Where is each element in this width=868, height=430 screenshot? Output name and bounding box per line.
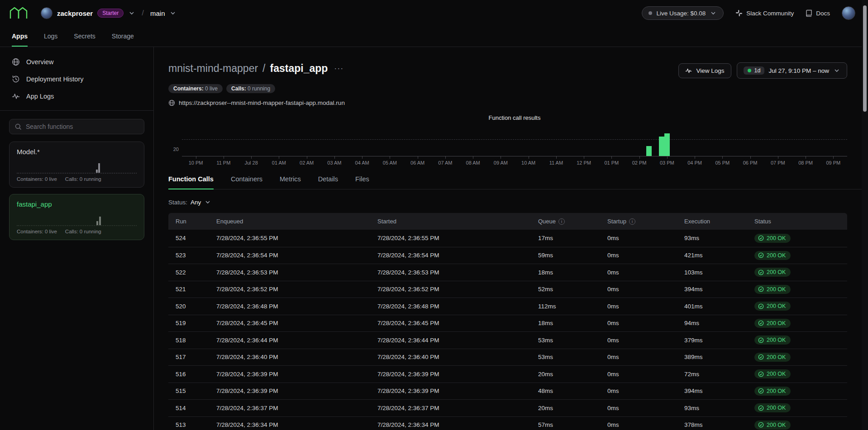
x-axis-tick: 07 PM bbox=[764, 156, 792, 165]
check-circle-icon bbox=[758, 388, 764, 394]
table-row[interactable]: 519 7/28/2024, 2:36:45 PM 7/28/2024, 2:3… bbox=[168, 315, 847, 332]
queue-cell: 20ms bbox=[538, 371, 607, 378]
startup-cell: 0ms bbox=[607, 252, 684, 259]
table-row[interactable]: 518 7/28/2024, 2:36:44 PM 7/28/2024, 2:3… bbox=[168, 331, 847, 349]
table-row[interactable]: 516 7/28/2024, 2:36:39 PM 7/28/2024, 2:3… bbox=[168, 365, 847, 383]
search-functions-input[interactable] bbox=[26, 123, 138, 130]
chevron-down-icon[interactable] bbox=[169, 9, 176, 17]
user-avatar[interactable] bbox=[842, 6, 855, 20]
table-row[interactable]: 521 7/28/2024, 2:36:52 PM 7/28/2024, 2:3… bbox=[168, 281, 847, 298]
tick-mark bbox=[307, 156, 307, 159]
tick-mark bbox=[473, 156, 473, 159]
table-row[interactable]: 520 7/28/2024, 2:36:48 PM 7/28/2024, 2:3… bbox=[168, 298, 847, 315]
primary-nav-tab[interactable]: Logs bbox=[44, 33, 57, 47]
live-usage-label: Live Usage: $0.08 bbox=[656, 10, 706, 17]
function-card-fastapi-app[interactable]: fastapi_app Containers: 0 live Calls: 0 … bbox=[9, 194, 144, 240]
status-badge: 200 OK bbox=[754, 285, 791, 294]
x-axis-tick: 02 PM bbox=[625, 156, 653, 165]
primary-nav-tab[interactable]: Storage bbox=[112, 33, 134, 47]
sidebar-item-app-logs[interactable]: App Logs bbox=[0, 88, 153, 105]
x-axis-tick: 10 AM bbox=[515, 156, 542, 165]
primary-nav-tab[interactable]: Secrets bbox=[74, 33, 95, 47]
check-circle-icon bbox=[758, 269, 764, 275]
check-circle-icon bbox=[758, 337, 764, 343]
table-row[interactable]: 515 7/28/2024, 2:36:39 PM 7/28/2024, 2:3… bbox=[168, 383, 847, 400]
x-axis-tick: 07 AM bbox=[431, 156, 459, 165]
x-axis-tick: 02 AM bbox=[293, 156, 320, 165]
detail-tab[interactable]: Files bbox=[355, 175, 369, 189]
time-range-button[interactable]: 1d Jul 27, 9:10 PM – now bbox=[737, 62, 847, 79]
x-axis-tick: 11 PM bbox=[210, 156, 237, 165]
function-card-model[interactable]: Model.* Containers: 0 live Calls: 0 runn… bbox=[9, 142, 144, 188]
tick-mark bbox=[695, 156, 695, 159]
table-row[interactable]: 523 7/28/2024, 2:36:54 PM 7/28/2024, 2:3… bbox=[168, 247, 847, 264]
tick-mark bbox=[251, 156, 252, 159]
table-column-header: Status bbox=[754, 218, 847, 225]
queue-cell: 48ms bbox=[538, 387, 607, 394]
execution-cell: 94ms bbox=[684, 320, 754, 326]
scrollbar-thumb[interactable] bbox=[863, 5, 867, 112]
containers-stat: Containers: 0 live bbox=[17, 176, 57, 182]
enqueued-cell: 7/28/2024, 2:36:44 PM bbox=[216, 337, 377, 344]
table-row[interactable]: 514 7/28/2024, 2:36:37 PM 7/28/2024, 2:3… bbox=[168, 399, 847, 416]
enqueued-cell: 7/28/2024, 2:36:39 PM bbox=[216, 371, 377, 378]
workspace-name[interactable]: zackproser bbox=[57, 9, 93, 17]
started-cell: 7/28/2024, 2:36:53 PM bbox=[377, 269, 538, 276]
execution-cell: 93ms bbox=[684, 235, 754, 241]
enqueued-cell: 7/28/2024, 2:36:53 PM bbox=[216, 269, 377, 276]
execution-cell: 401ms bbox=[684, 303, 754, 310]
chart-gridline bbox=[182, 139, 847, 140]
pulse-icon bbox=[685, 67, 692, 74]
status-badge: 200 OK bbox=[754, 369, 791, 378]
slack-community-link[interactable]: Slack Community bbox=[735, 9, 794, 17]
chevron-down-icon[interactable] bbox=[128, 9, 135, 17]
execution-cell: 72ms bbox=[684, 371, 754, 378]
table-row[interactable]: 513 7/28/2024, 2:36:34 PM 7/28/2024, 2:3… bbox=[168, 416, 847, 430]
run-cell: 519 bbox=[176, 320, 216, 326]
time-range-duration-chip: 1d bbox=[744, 66, 765, 75]
enqueued-cell: 7/28/2024, 2:36:37 PM bbox=[216, 405, 377, 411]
plan-badge: Starter bbox=[97, 9, 124, 18]
table-row[interactable]: 522 7/28/2024, 2:36:53 PM 7/28/2024, 2:3… bbox=[168, 264, 847, 281]
table-row[interactable]: 517 7/28/2024, 2:36:40 PM 7/28/2024, 2:3… bbox=[168, 349, 847, 366]
startup-cell: 0ms bbox=[607, 303, 684, 310]
chart-plot bbox=[182, 126, 847, 156]
sidebar-item-overview[interactable]: Overview bbox=[0, 53, 153, 71]
tick-mark bbox=[639, 156, 640, 159]
page-scrollbar[interactable] bbox=[862, 0, 868, 430]
app-name[interactable]: mnist-mind-mapper bbox=[168, 62, 258, 75]
app-url-link[interactable]: https://zackproser--mnist-mind-mapper-fa… bbox=[168, 99, 847, 106]
y-axis-tick-label: 20 bbox=[173, 146, 179, 152]
sidebar-item-label: Overview bbox=[26, 58, 53, 66]
queue-cell: 20ms bbox=[538, 405, 607, 411]
queue-cell: 18ms bbox=[538, 320, 607, 326]
x-axis-tick: 09 PM bbox=[820, 156, 847, 165]
x-axis-tick: 04 PM bbox=[681, 156, 709, 165]
detail-tab[interactable]: Metrics bbox=[280, 175, 301, 189]
detail-tab[interactable]: Function Calls bbox=[168, 175, 214, 189]
check-circle-icon bbox=[758, 303, 764, 309]
view-logs-button[interactable]: View Logs bbox=[678, 63, 731, 78]
time-range-label: Jul 27, 9:10 PM – now bbox=[768, 67, 829, 74]
overflow-menu-button[interactable]: ··· bbox=[332, 64, 345, 73]
environment-name[interactable]: main bbox=[150, 9, 165, 17]
table-row[interactable]: 524 7/28/2024, 2:36:55 PM 7/28/2024, 2:3… bbox=[168, 230, 847, 247]
startup-cell: 0ms bbox=[607, 337, 684, 344]
status-filter-label: Status: bbox=[168, 199, 187, 206]
chart-bar bbox=[646, 146, 652, 156]
started-cell: 7/28/2024, 2:36:34 PM bbox=[377, 421, 538, 428]
page-title: mnist-mind-mapper / fastapi_app ··· bbox=[168, 62, 345, 75]
status-filter[interactable]: Status: Any bbox=[168, 198, 847, 206]
primary-nav: AppsLogsSecretsStorage bbox=[0, 26, 868, 47]
primary-nav-tab[interactable]: Apps bbox=[12, 33, 28, 47]
enqueued-cell: 7/28/2024, 2:36:52 PM bbox=[216, 286, 377, 293]
x-axis-tick: 05 AM bbox=[376, 156, 404, 165]
detail-tab[interactable]: Containers bbox=[231, 175, 262, 189]
live-usage-button[interactable]: Live Usage: $0.08 bbox=[642, 6, 724, 20]
sidebar-item-deployment-history[interactable]: Deployment History bbox=[0, 71, 153, 88]
detail-tab[interactable]: Details bbox=[318, 175, 338, 189]
status-badge: 200 OK bbox=[754, 387, 791, 396]
modal-logo-icon[interactable] bbox=[9, 6, 28, 20]
docs-link[interactable]: Docs bbox=[806, 9, 830, 17]
enqueued-cell: 7/28/2024, 2:36:48 PM bbox=[216, 303, 377, 310]
